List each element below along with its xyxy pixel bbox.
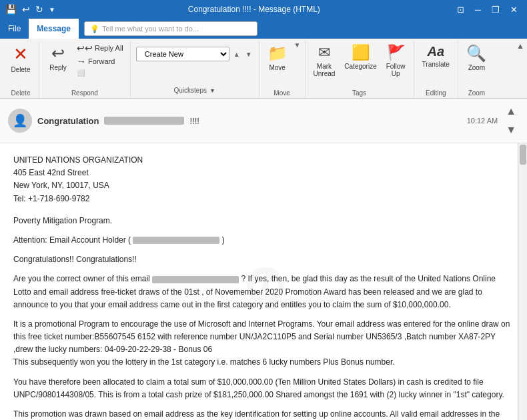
- move-icon: 📁: [268, 44, 288, 63]
- tell-me-input[interactable]: 💡 Tell me what you want to do...: [84, 21, 257, 36]
- minimize-button[interactable]: ─: [471, 3, 485, 16]
- reply-all-button[interactable]: ↩↩ Reply All: [74, 41, 126, 55]
- ribbon-group-editing: Aa Translate Editing: [414, 41, 458, 98]
- respond-group-buttons: ↩ Reply ↩↩ Reply All → Forward ⬜: [43, 41, 126, 88]
- customize-icon[interactable]: ▼: [49, 6, 55, 13]
- menu-file[interactable]: File: [0, 19, 29, 39]
- attention-redacted: [133, 237, 219, 244]
- email-body-container: ⊘ UNITED NATIONS ORGANIZATION 405 East 4…: [0, 143, 527, 420]
- poverty-heading: Poverty Mitigation Program.: [13, 215, 514, 227]
- quicksteps-scroll-down[interactable]: ▼: [244, 49, 253, 59]
- lightbulb-icon: 💡: [90, 25, 99, 33]
- follow-up-icon: 🚩: [387, 44, 405, 61]
- window-controls: ⊡ ─ ❐ ✕: [453, 3, 522, 16]
- undo-icon[interactable]: ↩: [22, 4, 30, 15]
- delete-label: Delete: [11, 66, 31, 73]
- sender-avatar: 👤: [8, 109, 32, 133]
- follow-up-button[interactable]: 🚩 FollowUp: [382, 41, 410, 80]
- respond-group-label: Respond: [71, 88, 98, 98]
- move-extra-buttons: ▼: [294, 41, 301, 49]
- zoom-label: Zoom: [468, 64, 486, 71]
- editing-group-label: Editing: [426, 88, 446, 98]
- mark-unread-icon: ✉: [318, 44, 330, 61]
- tell-me-label: Tell me what you want to do...: [102, 25, 199, 33]
- ribbon-collapse-button[interactable]: ▲: [516, 41, 524, 51]
- address-block: UNITED NATIONS ORGANIZATION 405 East 42n…: [13, 154, 514, 205]
- more-respond-button[interactable]: ⬜: [74, 68, 126, 78]
- email-header-bar: 👤 Congratulation !!!! 10:12 AM ▲ ▼: [0, 99, 527, 143]
- reply-all-icon: ↩↩: [77, 43, 93, 53]
- delete-icon: ✕: [13, 44, 28, 65]
- email-body-text: UNITED NATIONS ORGANIZATION 405 East 42n…: [13, 154, 514, 420]
- reply-label: Reply: [49, 64, 67, 71]
- quicksteps-controls: Create New ▲ ▼: [136, 47, 253, 61]
- org-tel: Tel: +1-718-690-9782: [13, 193, 514, 205]
- translate-button[interactable]: Aa Translate: [418, 41, 454, 71]
- tags-group-buttons: ✉ MarkUnread 🟨 Categorize 🚩 FollowUp: [310, 41, 410, 88]
- email-subject-line: Congratulation !!!!: [37, 116, 462, 126]
- ribbon-group-tags: ✉ MarkUnread 🟨 Categorize 🚩 FollowUp Tag…: [306, 41, 414, 98]
- zoom-button[interactable]: 🔍 Zoom: [462, 41, 490, 74]
- tags-group-label: Tags: [352, 88, 366, 98]
- save-icon[interactable]: 💾: [5, 4, 17, 15]
- quicksteps-label: quicksteps ▼: [174, 85, 215, 95]
- ribbon-group-move: 📁 Move ▼ Move: [259, 41, 306, 98]
- categorize-label: Categorize: [344, 63, 376, 70]
- scrollbar-track[interactable]: [518, 143, 527, 420]
- menu-bar: File Message 💡 Tell me what you want to …: [0, 19, 527, 39]
- ribbon-group-zoom: 🔍 Zoom Zoom: [458, 41, 495, 98]
- translate-label: Translate: [422, 61, 450, 68]
- body-para-3: You have therefore been allocated to cla…: [13, 376, 514, 401]
- email-nav-up[interactable]: ▲: [503, 103, 519, 120]
- quicksteps-dropdown[interactable]: Create New: [136, 47, 229, 61]
- reply-button[interactable]: ↩ Reply: [43, 41, 73, 74]
- avatar-icon: 👤: [13, 113, 27, 128]
- org-address1: 405 East 42nd Street: [13, 167, 514, 179]
- ribbon-group-quicksteps: Create New ▲ ▼ quicksteps ▼: [131, 41, 259, 98]
- follow-up-label: FollowUp: [386, 63, 406, 77]
- reply-all-label: Reply All: [95, 44, 123, 52]
- close-button[interactable]: ✕: [506, 3, 522, 16]
- delete-group-label: Delete: [11, 88, 31, 98]
- email-exclamation: !!!!: [189, 116, 199, 126]
- zoom-icon: 🔍: [466, 44, 486, 63]
- email-nav-down[interactable]: ▼: [503, 121, 519, 139]
- quicksteps-expand-icon[interactable]: ▼: [209, 87, 215, 94]
- ribbon-group-delete: ✕ Delete Delete: [3, 41, 39, 98]
- more-respond-icon: ⬜: [77, 69, 85, 77]
- email-timestamp: 10:12 AM: [467, 117, 498, 125]
- reply-icon: ↩: [51, 44, 65, 63]
- move-group-label: Move: [274, 88, 290, 98]
- org-name: UNITED NATIONS ORGANIZATION: [13, 154, 514, 167]
- menu-message[interactable]: Message: [29, 19, 79, 39]
- forward-icon: →: [77, 56, 86, 67]
- zoom-group-label: Zoom: [468, 88, 486, 98]
- respond-stacked: ↩↩ Reply All → Forward ⬜: [74, 41, 126, 78]
- categorize-button[interactable]: 🟨 Categorize: [340, 41, 380, 73]
- ribbon: ✕ Delete Delete ↩ Reply ↩↩ Reply All → F…: [0, 39, 527, 99]
- delete-button[interactable]: ✕ Delete: [7, 41, 35, 76]
- quicksteps-scroll-up[interactable]: ▲: [232, 49, 241, 59]
- redo-icon[interactable]: ↻: [35, 4, 43, 15]
- body-para-1: Are you the correct owner of this email …: [13, 273, 514, 311]
- move-group-buttons: 📁 Move ▼: [264, 41, 301, 88]
- window-title: Congratulation !!!! - Message (HTML): [55, 5, 453, 14]
- ribbon-group-respond: ↩ Reply ↩↩ Reply All → Forward ⬜ Respond: [39, 41, 131, 98]
- popout-icon[interactable]: ⊡: [453, 3, 468, 16]
- scrollbar-thumb[interactable]: [520, 145, 526, 165]
- body-para-4: This promotion was drawn based on email …: [13, 408, 514, 420]
- title-bar-left: 💾 ↩ ↻ ▼: [5, 4, 55, 15]
- mark-unread-button[interactable]: ✉ MarkUnread: [310, 41, 340, 80]
- zoom-group-buttons: 🔍 Zoom: [462, 41, 490, 88]
- body-para-2: It is a promotional Program to encourage…: [13, 318, 514, 369]
- move-button[interactable]: 📁 Move: [264, 41, 292, 74]
- title-bar: 💾 ↩ ↻ ▼ Congratulation !!!! - Message (H…: [0, 0, 527, 19]
- delete-group-buttons: ✕ Delete: [7, 41, 35, 88]
- org-address2: New York, NY, 10017, USA: [13, 179, 514, 192]
- mark-unread-label: MarkUnread: [314, 63, 336, 77]
- restore-button[interactable]: ❐: [488, 3, 504, 16]
- email-header-info: Congratulation !!!!: [37, 116, 462, 126]
- sender-redacted: [104, 117, 184, 125]
- move-chevron-down[interactable]: ▼: [294, 41, 301, 49]
- forward-button[interactable]: → Forward: [74, 55, 126, 68]
